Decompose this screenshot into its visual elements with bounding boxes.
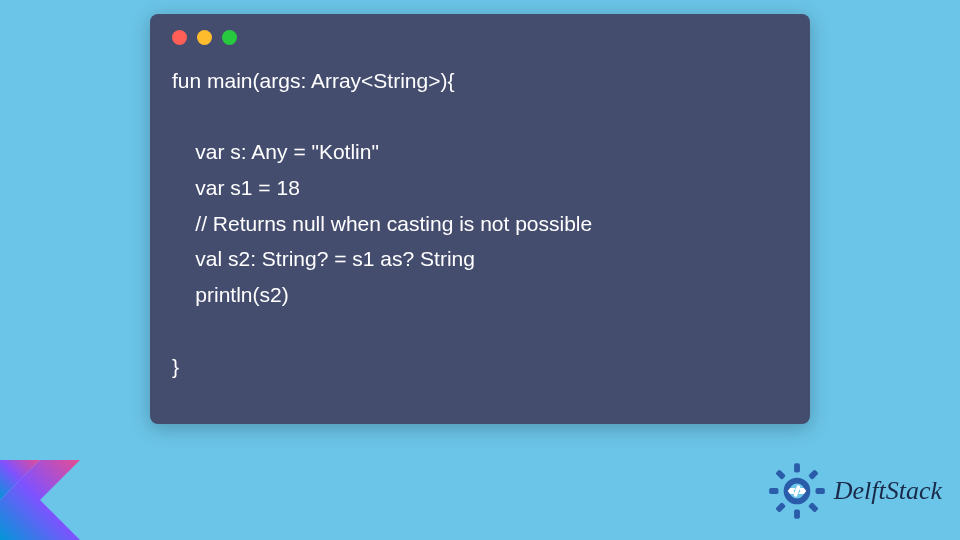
- window-controls: [172, 30, 788, 45]
- brand-gear-icon: [768, 462, 826, 520]
- svg-rect-6: [769, 488, 778, 494]
- brand-name: DelftStack: [834, 476, 942, 506]
- svg-rect-9: [775, 502, 786, 513]
- code-line-1: fun main(args: Array<String>){: [172, 69, 454, 92]
- code-line-6: val s2: String? = s1 as? String: [172, 247, 475, 270]
- code-window: fun main(args: Array<String>){ var s: An…: [150, 14, 810, 424]
- close-dot-icon: [172, 30, 187, 45]
- minimize-dot-icon: [197, 30, 212, 45]
- maximize-dot-icon: [222, 30, 237, 45]
- code-line-4: var s1 = 18: [172, 176, 300, 199]
- svg-rect-10: [775, 469, 786, 480]
- svg-rect-5: [794, 510, 800, 519]
- code-line-7: println(s2): [172, 283, 289, 306]
- code-line-5: // Returns null when casting is not poss…: [172, 212, 592, 235]
- svg-rect-11: [808, 502, 819, 513]
- code-block: fun main(args: Array<String>){ var s: An…: [172, 63, 788, 384]
- svg-rect-8: [808, 469, 819, 480]
- svg-rect-7: [815, 488, 824, 494]
- code-line-3: var s: Any = "Kotlin": [172, 140, 379, 163]
- code-line-9: }: [172, 355, 179, 378]
- brand: DelftStack: [768, 462, 942, 520]
- svg-rect-14: [793, 485, 800, 497]
- svg-rect-4: [794, 463, 800, 472]
- kotlin-logo-icon: [0, 460, 80, 540]
